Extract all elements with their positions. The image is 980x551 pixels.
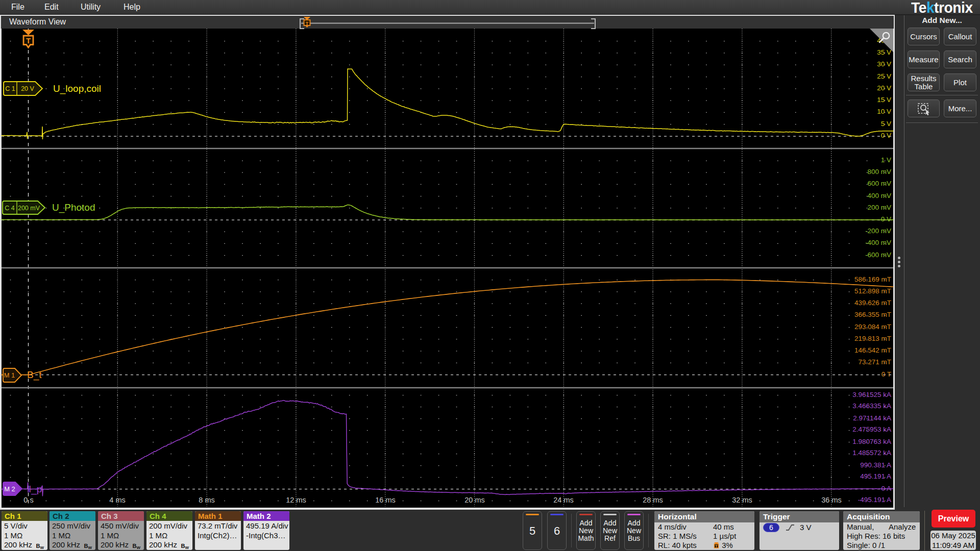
svg-text:T: T <box>715 544 718 548</box>
